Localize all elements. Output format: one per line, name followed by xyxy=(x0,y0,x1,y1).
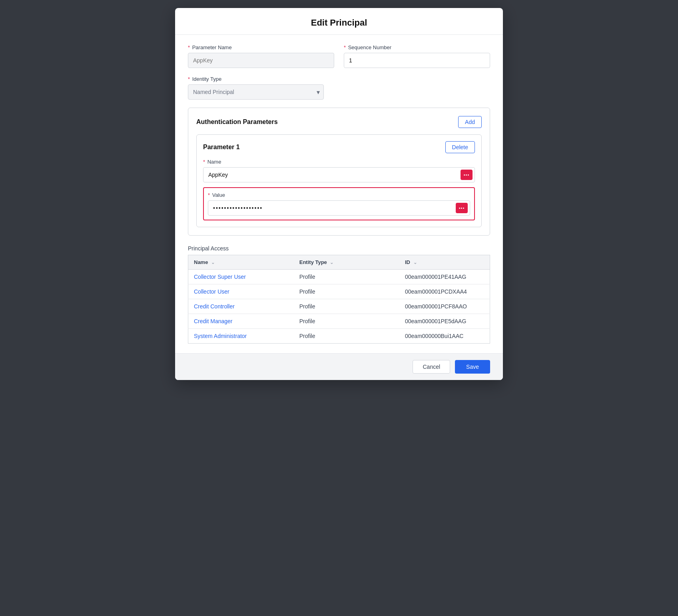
cell-id: 00eam000001PE41AAG xyxy=(399,270,490,284)
cell-name: Collector Super User xyxy=(188,270,294,284)
cell-id: 00eam000001PCDXAA4 xyxy=(399,284,490,299)
identity-type-select[interactable]: Named Principal User Group xyxy=(188,84,324,100)
param-name-icon-btn[interactable]: ••• xyxy=(461,170,473,180)
form-row-2: * Identity Type Named Principal User Gro… xyxy=(188,76,490,100)
param-name-input[interactable] xyxy=(203,167,475,182)
table-row: Credit Manager Profile 00eam000001PE5dAA… xyxy=(188,314,490,329)
table-row: System Administrator Profile 00eam000000… xyxy=(188,329,490,344)
dots-icon: ••• xyxy=(464,172,470,177)
form-row-1: * Parameter Name * Sequence Number xyxy=(188,44,490,68)
cell-entity-type: Profile xyxy=(294,299,399,314)
cell-name: Credit Manager xyxy=(188,314,294,329)
value-input-wrapper: ••• xyxy=(208,200,470,216)
modal-header: Edit Principal xyxy=(175,8,503,35)
identity-type-label: * Identity Type xyxy=(188,76,324,82)
sort-id-icon: ⌄ xyxy=(413,260,417,265)
principal-access-label: Principal Access xyxy=(188,245,490,252)
cell-name: Collector User xyxy=(188,284,294,299)
cell-entity-type: Profile xyxy=(294,284,399,299)
param-name-input-wrapper: ••• xyxy=(203,167,475,182)
col-entity-header[interactable]: Entity Type ⌄ xyxy=(294,255,399,270)
auth-params-section: Authentication Parameters Add Parameter … xyxy=(188,108,490,236)
cell-entity-type: Profile xyxy=(294,329,399,344)
principal-access-table: Name ⌄ Entity Type ⌄ ID ⌄ xyxy=(188,255,490,344)
param-name-group: * Name ••• xyxy=(203,159,475,182)
sequence-number-label: * Sequence Number xyxy=(344,44,490,50)
value-label: * Value xyxy=(208,192,470,198)
sequence-number-group: * Sequence Number xyxy=(344,44,490,68)
name-link[interactable]: Collector Super User xyxy=(194,274,246,280)
table-header-row: Name ⌄ Entity Type ⌄ ID ⌄ xyxy=(188,255,490,270)
value-icon-btn[interactable]: ••• xyxy=(456,203,468,213)
value-section: * Value ••• xyxy=(203,187,475,220)
sort-entity-icon: ⌄ xyxy=(330,260,333,265)
save-button[interactable]: Save xyxy=(455,360,490,374)
name-link[interactable]: Credit Controller xyxy=(194,303,235,310)
cell-entity-type: Profile xyxy=(294,270,399,284)
table-head: Name ⌄ Entity Type ⌄ ID ⌄ xyxy=(188,255,490,270)
param-1-header: Parameter 1 Delete xyxy=(203,141,475,153)
modal-title: Edit Principal xyxy=(188,18,490,28)
parameter-name-group: * Parameter Name xyxy=(188,44,334,68)
add-button[interactable]: Add xyxy=(458,116,482,128)
sort-name-icon: ⌄ xyxy=(211,260,215,265)
cell-entity-type: Profile xyxy=(294,314,399,329)
cell-id: 00eam000001PCF8AAO xyxy=(399,299,490,314)
cell-id: 00eam000001PE5dAAG xyxy=(399,314,490,329)
param-name-label: * Name xyxy=(203,159,475,165)
name-link[interactable]: Collector User xyxy=(194,288,229,295)
principal-access-section: Principal Access Name ⌄ Entity Type ⌄ xyxy=(188,245,490,344)
table-row: Collector Super User Profile 00eam000001… xyxy=(188,270,490,284)
col-id-header[interactable]: ID ⌄ xyxy=(399,255,490,270)
cell-name: Credit Controller xyxy=(188,299,294,314)
name-link[interactable]: Credit Manager xyxy=(194,318,233,324)
auth-params-header: Authentication Parameters Add xyxy=(196,116,482,128)
modal-body: * Parameter Name * Sequence Number xyxy=(175,35,503,353)
col-name-header[interactable]: Name ⌄ xyxy=(188,255,294,270)
table-row: Collector User Profile 00eam000001PCDXAA… xyxy=(188,284,490,299)
modal-footer: Cancel Save xyxy=(175,353,503,380)
modal-overlay: Edit Principal * Parameter Name * Sequen… xyxy=(0,0,678,616)
parameter-name-label: * Parameter Name xyxy=(188,44,334,50)
param-1-card: Parameter 1 Delete * Name ••• xyxy=(196,134,482,227)
identity-type-group: * Identity Type Named Principal User Gro… xyxy=(188,76,324,100)
sequence-number-input[interactable] xyxy=(344,53,490,68)
table-row: Credit Controller Profile 00eam000001PCF… xyxy=(188,299,490,314)
name-link[interactable]: System Administrator xyxy=(194,333,247,339)
edit-principal-modal: Edit Principal * Parameter Name * Sequen… xyxy=(175,8,503,380)
table-body: Collector Super User Profile 00eam000001… xyxy=(188,270,490,344)
value-input[interactable] xyxy=(208,200,470,216)
cancel-button[interactable]: Cancel xyxy=(413,360,450,374)
dots-icon-value: ••• xyxy=(459,206,465,210)
param-1-title: Parameter 1 xyxy=(203,144,240,151)
auth-params-title: Authentication Parameters xyxy=(196,118,278,126)
delete-button[interactable]: Delete xyxy=(445,141,475,153)
parameter-name-input[interactable] xyxy=(188,53,334,68)
cell-name: System Administrator xyxy=(188,329,294,344)
identity-type-select-wrapper: Named Principal User Group ▾ xyxy=(188,84,324,100)
cell-id: 00eam000000Bui1AAC xyxy=(399,329,490,344)
